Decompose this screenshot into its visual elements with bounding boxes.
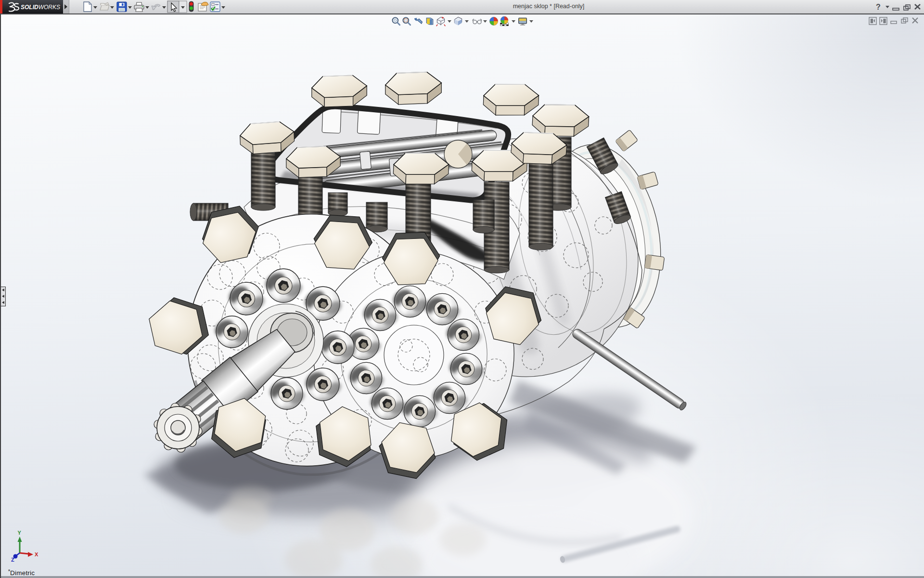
svg-text:Y: Y: [18, 530, 22, 536]
svg-text:Z: Z: [11, 557, 14, 563]
svg-text:X: X: [35, 552, 38, 557]
svg-text:?: ?: [876, 3, 881, 11]
